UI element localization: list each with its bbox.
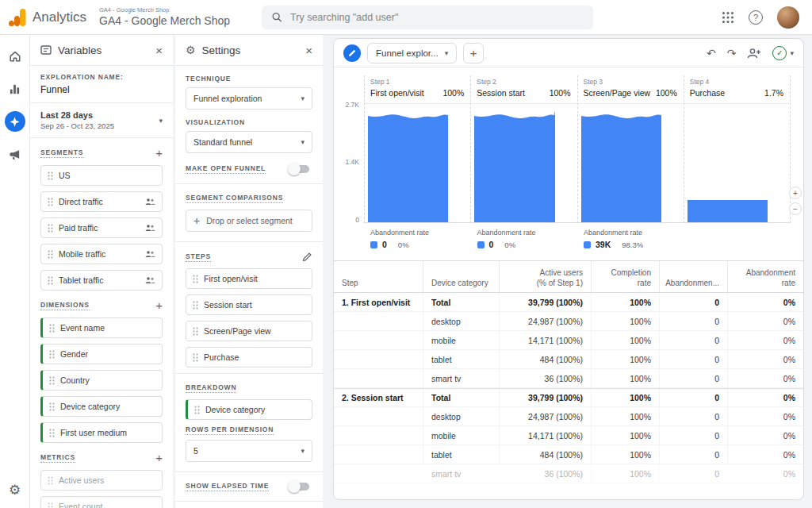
breakdown-chip[interactable]: Device category: [186, 399, 312, 420]
segment-chip[interactable]: Mobile traffic: [40, 244, 163, 264]
drag-handle-icon: [49, 429, 55, 437]
cell-active-users: 484 (100%): [499, 350, 591, 368]
drag-handle-icon: [193, 353, 198, 362]
dimension-chip[interactable]: First user medium: [40, 422, 163, 443]
cell-step: [334, 464, 423, 483]
dimension-chip[interactable]: Device category: [40, 396, 163, 417]
cell-step: 1. First open/visit: [334, 293, 423, 311]
nav-explore[interactable]: [5, 111, 25, 132]
cell-device-category: mobile: [423, 426, 499, 444]
dimension-chip[interactable]: Event name: [40, 318, 163, 338]
rows-per-dimension-value: 5: [193, 446, 198, 456]
add-segment-button[interactable]: +: [155, 147, 163, 159]
cell-device-category: smart tv: [423, 369, 499, 387]
zoom-in-button[interactable]: +: [789, 187, 802, 199]
funnel-step-chip[interactable]: First open/visit: [186, 268, 312, 289]
cell-device-category: desktop: [423, 407, 499, 425]
drag-handle-icon: [48, 502, 53, 508]
rows-per-dimension-select[interactable]: 5 ▾: [186, 440, 312, 462]
add-metric-button[interactable]: +: [155, 452, 163, 464]
table-row: tablet 484 (100%) 100% 0 0%: [334, 445, 803, 464]
search-bar[interactable]: [262, 6, 593, 29]
drag-handle-icon: [49, 324, 55, 333]
drag-handle-icon: [194, 406, 200, 414]
metric-chip[interactable]: Event count: [40, 496, 163, 508]
cell-abandonments: 0: [659, 464, 727, 483]
abandonment-cell: Abandonment rate 0 0%: [471, 223, 578, 257]
technique-label: TECHNIQUE: [186, 75, 312, 83]
edit-pencil-icon[interactable]: [302, 252, 312, 262]
redo-icon[interactable]: ↷: [727, 47, 737, 60]
chevron-down-icon: ▾: [301, 138, 304, 146]
saved-status[interactable]: ✓ ▾: [772, 46, 794, 60]
nav-reports[interactable]: [5, 79, 25, 99]
edit-tab-icon[interactable]: [343, 44, 361, 62]
cell-device-category: Total: [423, 293, 499, 311]
close-icon[interactable]: ×: [305, 44, 312, 56]
make-open-funnel-toggle[interactable]: [290, 165, 309, 173]
cell-completion-rate: 100%: [591, 293, 659, 311]
cell-abandonments: 0: [659, 389, 727, 406]
abandonment-pct: 98.3%: [622, 241, 643, 249]
segment-chip[interactable]: Tablet traffic: [40, 270, 163, 291]
show-elapsed-time-toggle[interactable]: [290, 483, 309, 491]
nav-home[interactable]: [5, 46, 25, 67]
breakdown-label: BREAKDOWN: [186, 383, 236, 393]
abandonment-pct: 0%: [504, 241, 515, 249]
step-chip-label: Screen/Page view: [204, 326, 271, 336]
steps-label: STEPS: [186, 252, 211, 262]
zoom-out-button[interactable]: −: [789, 202, 802, 215]
apps-grid-icon[interactable]: [722, 11, 734, 24]
cell-device-category: tablet: [423, 445, 499, 464]
dimension-label: Device category: [60, 402, 120, 411]
funnel-bar[interactable]: [368, 112, 448, 222]
funnel-bar[interactable]: [581, 112, 661, 222]
add-dimension-button[interactable]: +: [155, 299, 163, 311]
segment-chip[interactable]: Paid traffic: [40, 217, 163, 238]
exploration-name-value[interactable]: Funnel: [40, 84, 163, 95]
step-chip-label: First open/visit: [204, 274, 258, 283]
dimension-chip[interactable]: Gender: [40, 344, 163, 364]
funnel-step-chip[interactable]: Session start: [186, 294, 312, 315]
metric-chip[interactable]: Active users: [40, 470, 163, 491]
avatar[interactable]: [777, 6, 799, 29]
exploration-name-label: EXPLORATION NAME:: [40, 73, 163, 81]
date-range-selector[interactable]: Last 28 days Sep 26 - Oct 23, 2025 ▾: [40, 103, 163, 137]
funnel-step-chip[interactable]: Screen/Page view: [186, 321, 312, 341]
segment-comparison-dropzone[interactable]: + Drop or select segment: [186, 210, 312, 232]
technique-select[interactable]: Funnel exploration ▾: [186, 87, 312, 110]
add-tab-button[interactable]: +: [463, 43, 484, 64]
step-completion-pct: 100%: [550, 88, 571, 98]
steps-section: STEPS First open/visit Session start: [186, 252, 312, 368]
cell-completion-rate: 100%: [591, 407, 659, 425]
property-switcher[interactable]: GA4 - Google Merch Shop GA4 - Google Mer…: [99, 7, 230, 27]
share-person-add-icon[interactable]: [747, 48, 761, 59]
dimension-label: First user medium: [60, 428, 127, 437]
table-row: mobile 14,171 (100%) 100% 0 0%: [334, 331, 803, 350]
analytics-logo[interactable]: Analytics: [8, 8, 86, 27]
close-icon[interactable]: ×: [155, 44, 163, 56]
tab-funnel-exploration[interactable]: Funnel explor... ▾: [367, 43, 457, 64]
funnel-step-chip[interactable]: Purchase: [186, 347, 312, 368]
table-row: desktop 24,987 (100%) 100% 0 0%: [334, 407, 803, 426]
dimension-chip[interactable]: Country: [40, 370, 163, 391]
admin-gear-icon[interactable]: ⚙: [9, 482, 21, 498]
cell-device-category: desktop: [423, 312, 499, 330]
segment-chip[interactable]: Direct traffic: [40, 191, 163, 212]
table-row: mobile 14,171 (100%) 100% 0 0%: [334, 426, 803, 445]
segment-chip[interactable]: US: [40, 165, 163, 186]
nav-advertising[interactable]: [5, 144, 25, 164]
funnel-bar-wave: [368, 111, 448, 121]
help-icon[interactable]: ?: [749, 10, 763, 25]
funnel-bar[interactable]: [688, 200, 768, 222]
undo-icon[interactable]: ↶: [707, 47, 716, 60]
cell-abandonments: 0: [659, 407, 727, 425]
cell-active-users: 36 (100%): [499, 369, 591, 387]
table-header-row: Step Device category Active users(% of S…: [334, 261, 803, 293]
people-icon: [144, 276, 155, 284]
visualization-select[interactable]: Standard funnel ▾: [186, 131, 312, 153]
step-completion-pct: 100%: [656, 88, 677, 98]
funnel-bar[interactable]: [474, 112, 554, 222]
funnel-step-column: Step 2 Session start 100%: [470, 75, 576, 223]
search-input[interactable]: [290, 12, 584, 23]
